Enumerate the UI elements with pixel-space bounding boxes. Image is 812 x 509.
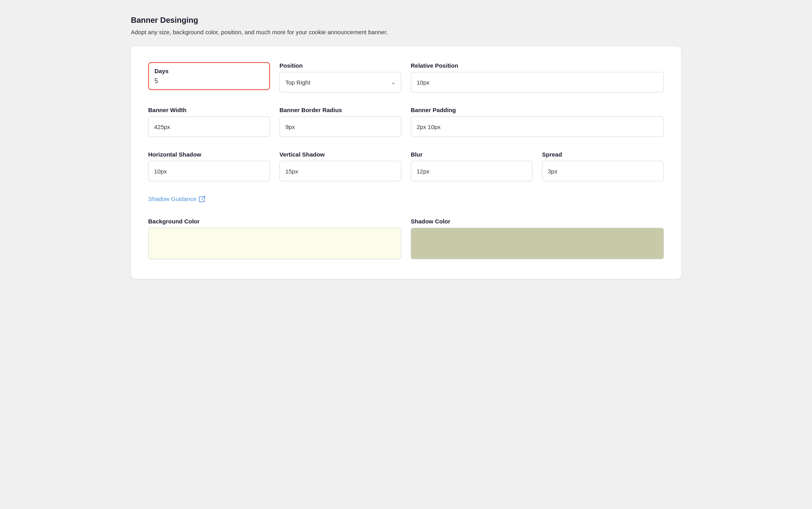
banner-padding-group: Banner Padding <box>411 107 664 137</box>
row-3: Horizontal Shadow Vertical Shadow Blur S… <box>148 151 664 181</box>
vert-shadow-group: Vertical Shadow <box>279 151 401 181</box>
days-label: Days <box>154 68 264 74</box>
horiz-shadow-input[interactable] <box>148 161 270 181</box>
page-description: Adopt any size, background color, positi… <box>131 29 681 35</box>
horiz-shadow-group: Horizontal Shadow <box>148 151 270 181</box>
shadow-color-group: Shadow Color <box>411 218 664 259</box>
banner-width-label: Banner Width <box>148 107 270 113</box>
background-color-group: Background Color <box>148 218 401 259</box>
settings-card: Days Position Top Right Top Left Bottom … <box>131 46 681 279</box>
page-title: Banner Desinging <box>131 16 681 25</box>
background-color-label: Background Color <box>148 218 401 225</box>
position-group: Position Top Right Top Left Bottom Right… <box>279 62 401 92</box>
banner-border-radius-label: Banner Border Radius <box>279 107 401 113</box>
banner-border-radius-input[interactable] <box>279 116 401 137</box>
spread-input[interactable] <box>542 161 664 181</box>
spread-label: Spread <box>542 151 664 158</box>
position-select[interactable]: Top Right Top Left Bottom Right Bottom L… <box>279 72 401 92</box>
banner-border-radius-group: Banner Border Radius <box>279 107 401 137</box>
external-link-icon <box>199 196 205 202</box>
banner-padding-input[interactable] <box>411 116 664 137</box>
spread-group: Spread <box>542 151 664 181</box>
shadow-guidance-container: Shadow Guidance <box>148 195 664 205</box>
relative-position-label: Relative Position <box>411 62 664 69</box>
vert-shadow-label: Vertical Shadow <box>279 151 401 158</box>
blur-group: Blur <box>411 151 533 181</box>
relative-position-input[interactable] <box>411 72 664 92</box>
vert-shadow-input[interactable] <box>279 161 401 181</box>
days-input[interactable] <box>154 77 264 85</box>
days-highlight-wrapper: Days <box>148 62 270 90</box>
shadow-guidance-link[interactable]: Shadow Guidance <box>148 195 205 202</box>
position-label: Position <box>279 62 401 69</box>
banner-width-group: Banner Width <box>148 107 270 137</box>
position-select-wrapper: Top Right Top Left Bottom Right Bottom L… <box>279 72 401 92</box>
row-1: Days Position Top Right Top Left Bottom … <box>148 62 664 92</box>
banner-padding-label: Banner Padding <box>411 107 664 113</box>
horiz-shadow-label: Horizontal Shadow <box>148 151 270 158</box>
blur-input[interactable] <box>411 161 533 181</box>
shadow-color-swatch[interactable] <box>411 228 664 259</box>
blur-label: Blur <box>411 151 533 158</box>
background-color-swatch[interactable] <box>148 228 401 259</box>
days-group: Days <box>148 62 270 90</box>
shadow-color-label: Shadow Color <box>411 218 664 225</box>
banner-width-input[interactable] <box>148 116 270 137</box>
relative-position-group: Relative Position <box>411 62 664 92</box>
shadow-guidance-label: Shadow Guidance <box>148 195 197 202</box>
page-container: Banner Desinging Adopt any size, backgro… <box>131 16 681 279</box>
row-2: Banner Width Banner Border Radius Banner… <box>148 107 664 137</box>
row-4: Background Color Shadow Color <box>148 218 664 259</box>
